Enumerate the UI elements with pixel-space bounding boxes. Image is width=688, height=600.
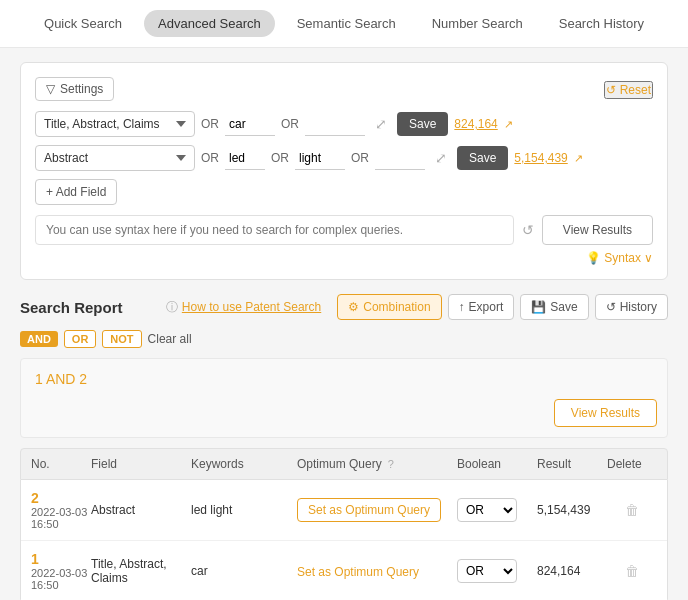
optimum-query-help-icon[interactable]: ? bbox=[388, 458, 394, 470]
row-result-2: 5,154,439 bbox=[537, 503, 607, 517]
or-label-1a: OR bbox=[201, 117, 219, 131]
nav-search-history[interactable]: Search History bbox=[545, 10, 658, 37]
col-result: Result bbox=[537, 457, 607, 471]
search-box: ▽ Settings ↺ Reset Title, Abstract, Clai… bbox=[20, 62, 668, 280]
how-to-link[interactable]: How to use Patent Search bbox=[182, 300, 321, 314]
syntax-link[interactable]: 💡 Syntax ∨ bbox=[586, 251, 653, 265]
nav-number-search[interactable]: Number Search bbox=[418, 10, 537, 37]
col-boolean: Boolean bbox=[457, 457, 537, 471]
reset-icon: ↺ bbox=[606, 83, 616, 97]
save-icon: 💾 bbox=[531, 300, 546, 314]
query-area: 1 AND 2 View Results bbox=[20, 358, 668, 438]
col-field: Field bbox=[91, 457, 191, 471]
set-optimum-query-link-1[interactable]: Set as Optimum Query bbox=[297, 565, 419, 579]
table-row: 2 2022-03-03 16:50 Abstract led light Se… bbox=[21, 480, 667, 541]
view-results-button-top[interactable]: View Results bbox=[542, 215, 653, 245]
not-filter-button[interactable]: NOT bbox=[102, 330, 141, 348]
row-boolean-1: OR AND NOT bbox=[457, 559, 537, 583]
row-optimum-2: Set as Optimum Query bbox=[297, 498, 457, 522]
table-body: 2 2022-03-03 16:50 Abstract led light Se… bbox=[20, 480, 668, 600]
info-icon: ⓘ bbox=[166, 299, 178, 316]
expand-icon-2[interactable]: ⤢ bbox=[431, 150, 451, 166]
table-row: 1 2022-03-03 16:50 Title, Abstract, Clai… bbox=[21, 541, 667, 600]
and-filter-button[interactable]: AND bbox=[20, 331, 58, 347]
or-filter-button[interactable]: OR bbox=[64, 330, 97, 348]
combination-icon: ⚙ bbox=[348, 300, 359, 314]
keyword-input-1a[interactable] bbox=[225, 113, 275, 136]
chevron-down-icon: ∨ bbox=[644, 251, 653, 265]
save-button-1[interactable]: Save bbox=[397, 112, 448, 136]
query-view-results-button[interactable]: View Results bbox=[554, 399, 657, 427]
result-count-2[interactable]: 5,154,439 bbox=[514, 151, 567, 165]
set-optimum-query-button-2[interactable]: Set as Optimum Query bbox=[297, 498, 441, 522]
row-boolean-2: OR AND NOT bbox=[457, 498, 537, 522]
field-select-1[interactable]: Title, Abstract, Claims Title Abstract C… bbox=[35, 111, 195, 137]
result-count-1[interactable]: 824,164 bbox=[454, 117, 497, 131]
search-row-2: Abstract Title Title, Abstract, Claims C… bbox=[35, 145, 653, 171]
or-label-2a: OR bbox=[201, 151, 219, 165]
or-label-1b: OR bbox=[281, 117, 299, 131]
add-field-button[interactable]: + Add Field bbox=[35, 179, 117, 205]
row-result-1: 824,164 bbox=[537, 564, 607, 578]
keyword-input-1b[interactable] bbox=[305, 113, 365, 136]
settings-button[interactable]: ▽ Settings bbox=[35, 77, 114, 101]
field-select-2[interactable]: Abstract Title Title, Abstract, Claims C… bbox=[35, 145, 195, 171]
or-label-2c: OR bbox=[351, 151, 369, 165]
reset-button[interactable]: ↺ Reset bbox=[604, 81, 653, 99]
delete-button-1[interactable]: 🗑 bbox=[607, 563, 657, 579]
complex-query-input[interactable] bbox=[35, 215, 514, 245]
filter-row: AND OR NOT Clear all bbox=[20, 330, 668, 348]
report-title: Search Report bbox=[20, 299, 123, 316]
table-header: No. Field Keywords Optimum Query? Boolea… bbox=[20, 448, 668, 480]
col-no: No. bbox=[31, 457, 91, 471]
row-keywords-1: car bbox=[191, 564, 297, 578]
nav-quick-search[interactable]: Quick Search bbox=[30, 10, 136, 37]
external-link-icon-1: ↗ bbox=[504, 118, 513, 131]
nav-advanced-search[interactable]: Advanced Search bbox=[144, 10, 275, 37]
row-no-2: 2 2022-03-03 16:50 bbox=[31, 490, 91, 530]
keyword-input-2b[interactable] bbox=[295, 147, 345, 170]
boolean-select-1[interactable]: OR AND NOT bbox=[457, 559, 517, 583]
row-field-2: Abstract bbox=[91, 503, 191, 517]
nav-semantic-search[interactable]: Semantic Search bbox=[283, 10, 410, 37]
combination-button[interactable]: ⚙ Combination bbox=[337, 294, 441, 320]
top-navigation: Quick Search Advanced Search Semantic Se… bbox=[0, 0, 688, 48]
col-delete: Delete bbox=[607, 457, 657, 471]
row-keywords-2: led light bbox=[191, 503, 297, 517]
delete-button-2[interactable]: 🗑 bbox=[607, 502, 657, 518]
history-icon: ↺ bbox=[606, 300, 616, 314]
history-button[interactable]: ↺ History bbox=[595, 294, 668, 320]
keyword-input-2a[interactable] bbox=[225, 147, 265, 170]
complex-query-row: ↺ View Results bbox=[35, 215, 653, 245]
export-icon: ↑ bbox=[459, 300, 465, 314]
keyword-input-2c[interactable] bbox=[375, 147, 425, 170]
col-keywords: Keywords bbox=[191, 457, 297, 471]
search-row-1: Title, Abstract, Claims Title Abstract C… bbox=[35, 111, 653, 137]
bulb-icon: 💡 bbox=[586, 251, 601, 265]
row-no-1: 1 2022-03-03 16:50 bbox=[31, 551, 91, 591]
expand-icon-1[interactable]: ⤢ bbox=[371, 116, 391, 132]
boolean-select-2[interactable]: OR AND NOT bbox=[457, 498, 517, 522]
query-text: 1 AND 2 bbox=[35, 371, 87, 387]
clear-all-link[interactable]: Clear all bbox=[148, 332, 192, 346]
external-link-icon-2: ↗ bbox=[574, 152, 583, 165]
save-report-button[interactable]: 💾 Save bbox=[520, 294, 588, 320]
or-label-2b: OR bbox=[271, 151, 289, 165]
settings-icon: ▽ bbox=[46, 82, 55, 96]
row-field-1: Title, Abstract, Claims bbox=[91, 557, 191, 585]
save-button-2[interactable]: Save bbox=[457, 146, 508, 170]
export-button[interactable]: ↑ Export bbox=[448, 294, 515, 320]
col-optimum-query: Optimum Query? bbox=[297, 457, 457, 471]
report-header: Search Report ⓘ How to use Patent Search… bbox=[20, 294, 668, 320]
row-optimum-1: Set as Optimum Query bbox=[297, 564, 457, 579]
query-history-icon[interactable]: ↺ bbox=[522, 222, 534, 238]
